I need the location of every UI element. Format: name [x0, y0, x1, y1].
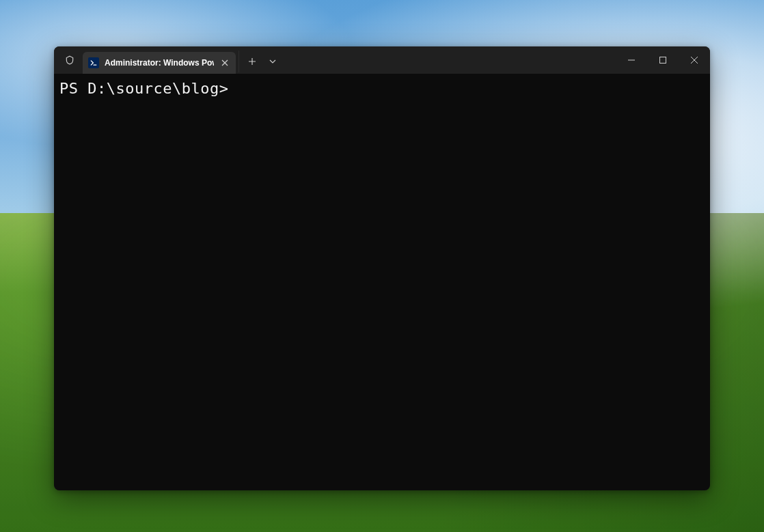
maximize-icon [659, 57, 666, 64]
powershell-icon [88, 57, 99, 68]
tab-title: Administrator: Windows PowerShell [105, 58, 214, 68]
prompt-line: PS D:\source\blog> [59, 80, 238, 97]
close-icon [221, 59, 228, 66]
chevron-down-icon [269, 58, 276, 65]
plus-icon [248, 57, 256, 66]
tab-close-button[interactable] [218, 56, 232, 70]
minimize-button[interactable] [616, 46, 647, 74]
new-tab-button[interactable] [242, 51, 262, 72]
terminal-body[interactable]: PS D:\source\blog> [54, 74, 710, 490]
svg-rect-6 [660, 57, 666, 64]
close-window-button[interactable] [679, 46, 710, 74]
tab-dropdown-button[interactable] [262, 51, 283, 72]
tab-actions [238, 51, 283, 72]
titlebar-drag-region[interactable] [283, 46, 616, 74]
maximize-button[interactable] [647, 46, 679, 74]
titlebar-left: Administrator: Windows PowerShell [54, 46, 283, 74]
titlebar[interactable]: Administrator: Windows PowerShell [54, 46, 710, 74]
shield-icon [64, 54, 76, 66]
minimize-icon [628, 57, 635, 64]
window-controls [616, 46, 710, 74]
terminal-window: Administrator: Windows PowerShell [54, 46, 710, 490]
tab-powershell[interactable]: Administrator: Windows PowerShell [83, 52, 236, 74]
close-icon [691, 57, 698, 64]
